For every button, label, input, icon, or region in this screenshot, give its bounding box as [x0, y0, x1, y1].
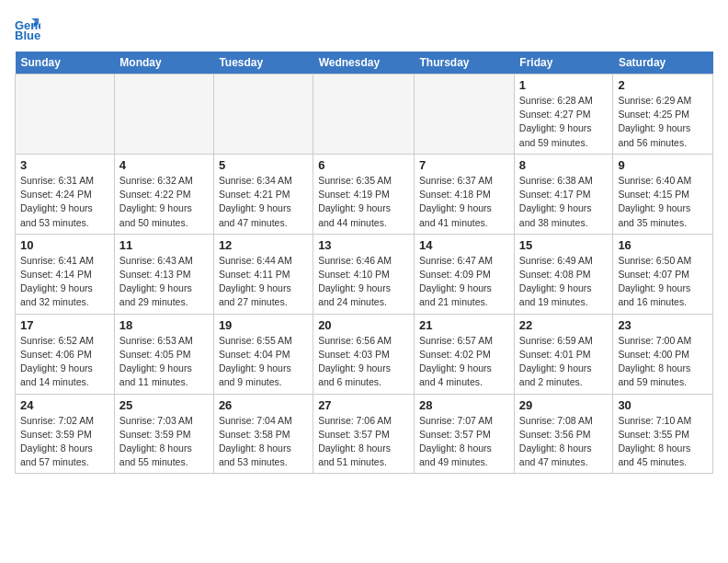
day-number: 21	[419, 318, 509, 332]
day-number: 25	[119, 398, 209, 412]
day-number: 2	[618, 78, 708, 92]
day-number: 17	[20, 318, 109, 332]
day-number: 22	[519, 318, 609, 332]
day-info: Sunrise: 7:06 AMSunset: 3:57 PMDaylight:…	[318, 414, 409, 470]
day-number: 19	[219, 318, 308, 332]
day-number: 13	[318, 238, 409, 252]
day-info: Sunrise: 6:59 AMSunset: 4:01 PMDaylight:…	[519, 334, 609, 390]
calendar-cell: 13Sunrise: 6:46 AMSunset: 4:10 PMDayligh…	[313, 234, 415, 314]
day-number: 7	[419, 158, 509, 172]
day-number: 12	[219, 238, 308, 252]
day-info: Sunrise: 6:28 AMSunset: 4:27 PMDaylight:…	[519, 94, 609, 150]
weekday-header-thursday: Thursday	[415, 52, 515, 75]
calendar-cell: 7Sunrise: 6:37 AMSunset: 4:18 PMDaylight…	[415, 154, 515, 234]
day-info: Sunrise: 7:02 AMSunset: 3:59 PMDaylight:…	[20, 414, 109, 470]
calendar-cell	[16, 75, 115, 155]
calendar-cell: 18Sunrise: 6:53 AMSunset: 4:05 PMDayligh…	[114, 314, 213, 394]
day-number: 23	[618, 318, 708, 332]
day-info: Sunrise: 6:55 AMSunset: 4:04 PMDaylight:…	[219, 334, 308, 390]
day-number: 26	[219, 398, 308, 412]
calendar-cell: 4Sunrise: 6:32 AMSunset: 4:22 PMDaylight…	[114, 154, 213, 234]
day-number: 10	[20, 238, 109, 252]
calendar-cell: 29Sunrise: 7:08 AMSunset: 3:56 PMDayligh…	[514, 394, 613, 474]
day-info: Sunrise: 6:32 AMSunset: 4:22 PMDaylight:…	[119, 174, 209, 230]
calendar-cell: 11Sunrise: 6:43 AMSunset: 4:13 PMDayligh…	[114, 234, 213, 314]
calendar-cell: 10Sunrise: 6:41 AMSunset: 4:14 PMDayligh…	[16, 234, 115, 314]
weekday-header-friday: Friday	[514, 52, 613, 75]
calendar-cell: 28Sunrise: 7:07 AMSunset: 3:57 PMDayligh…	[415, 394, 515, 474]
day-number: 3	[20, 158, 109, 172]
calendar-cell: 14Sunrise: 6:47 AMSunset: 4:09 PMDayligh…	[415, 234, 515, 314]
day-info: Sunrise: 6:38 AMSunset: 4:17 PMDaylight:…	[519, 174, 609, 230]
calendar-cell: 3Sunrise: 6:31 AMSunset: 4:24 PMDaylight…	[16, 154, 115, 234]
day-number: 1	[519, 78, 609, 92]
calendar-cell: 25Sunrise: 7:03 AMSunset: 3:59 PMDayligh…	[114, 394, 213, 474]
day-info: Sunrise: 6:49 AMSunset: 4:08 PMDaylight:…	[519, 254, 609, 310]
calendar-cell	[313, 75, 415, 155]
weekday-header-monday: Monday	[114, 52, 213, 75]
calendar-cell: 8Sunrise: 6:38 AMSunset: 4:17 PMDaylight…	[514, 154, 613, 234]
calendar-cell: 2Sunrise: 6:29 AMSunset: 4:25 PMDaylight…	[613, 75, 713, 155]
day-info: Sunrise: 7:10 AMSunset: 3:55 PMDaylight:…	[618, 414, 708, 470]
day-number: 18	[119, 318, 209, 332]
day-info: Sunrise: 7:03 AMSunset: 3:59 PMDaylight:…	[119, 414, 209, 470]
logo: General Blue	[15, 15, 44, 40]
day-number: 9	[618, 158, 708, 172]
day-info: Sunrise: 6:47 AMSunset: 4:09 PMDaylight:…	[419, 254, 509, 310]
calendar-cell: 19Sunrise: 6:55 AMSunset: 4:04 PMDayligh…	[213, 314, 313, 394]
day-info: Sunrise: 7:04 AMSunset: 3:58 PMDaylight:…	[219, 414, 308, 470]
day-info: Sunrise: 6:41 AMSunset: 4:14 PMDaylight:…	[20, 254, 109, 310]
calendar-cell: 22Sunrise: 6:59 AMSunset: 4:01 PMDayligh…	[514, 314, 613, 394]
weekday-header-tuesday: Tuesday	[213, 52, 313, 75]
calendar-cell: 20Sunrise: 6:56 AMSunset: 4:03 PMDayligh…	[313, 314, 415, 394]
page-header: General Blue	[15, 15, 713, 40]
day-info: Sunrise: 6:57 AMSunset: 4:02 PMDaylight:…	[419, 334, 509, 390]
day-number: 20	[318, 318, 409, 332]
calendar-cell	[114, 75, 213, 155]
calendar-cell: 1Sunrise: 6:28 AMSunset: 4:27 PMDaylight…	[514, 75, 613, 155]
day-info: Sunrise: 6:34 AMSunset: 4:21 PMDaylight:…	[219, 174, 308, 230]
day-number: 11	[119, 238, 209, 252]
calendar-cell	[213, 75, 313, 155]
calendar-table: SundayMondayTuesdayWednesdayThursdayFrid…	[15, 52, 713, 474]
day-number: 29	[519, 398, 609, 412]
day-info: Sunrise: 6:52 AMSunset: 4:06 PMDaylight:…	[20, 334, 109, 390]
calendar-cell	[415, 75, 515, 155]
day-info: Sunrise: 6:53 AMSunset: 4:05 PMDaylight:…	[119, 334, 209, 390]
calendar-cell: 6Sunrise: 6:35 AMSunset: 4:19 PMDaylight…	[313, 154, 415, 234]
day-info: Sunrise: 7:08 AMSunset: 3:56 PMDaylight:…	[519, 414, 609, 470]
calendar-cell: 27Sunrise: 7:06 AMSunset: 3:57 PMDayligh…	[313, 394, 415, 474]
day-number: 16	[618, 238, 708, 252]
day-info: Sunrise: 6:43 AMSunset: 4:13 PMDaylight:…	[119, 254, 209, 310]
day-number: 6	[318, 158, 409, 172]
day-info: Sunrise: 6:37 AMSunset: 4:18 PMDaylight:…	[419, 174, 509, 230]
calendar-cell: 26Sunrise: 7:04 AMSunset: 3:58 PMDayligh…	[213, 394, 313, 474]
day-info: Sunrise: 6:35 AMSunset: 4:19 PMDaylight:…	[318, 174, 409, 230]
day-info: Sunrise: 6:29 AMSunset: 4:25 PMDaylight:…	[618, 94, 708, 150]
calendar-cell: 21Sunrise: 6:57 AMSunset: 4:02 PMDayligh…	[415, 314, 515, 394]
calendar-cell: 30Sunrise: 7:10 AMSunset: 3:55 PMDayligh…	[613, 394, 713, 474]
calendar-cell: 23Sunrise: 7:00 AMSunset: 4:00 PMDayligh…	[613, 314, 713, 394]
day-number: 27	[318, 398, 409, 412]
day-number: 4	[119, 158, 209, 172]
day-number: 28	[419, 398, 509, 412]
calendar-cell: 5Sunrise: 6:34 AMSunset: 4:21 PMDaylight…	[213, 154, 313, 234]
day-number: 24	[20, 398, 109, 412]
day-info: Sunrise: 6:40 AMSunset: 4:15 PMDaylight:…	[618, 174, 708, 230]
weekday-header-wednesday: Wednesday	[313, 52, 415, 75]
day-number: 15	[519, 238, 609, 252]
calendar-cell: 9Sunrise: 6:40 AMSunset: 4:15 PMDaylight…	[613, 154, 713, 234]
day-info: Sunrise: 6:46 AMSunset: 4:10 PMDaylight:…	[318, 254, 409, 310]
weekday-header-sunday: Sunday	[16, 52, 115, 75]
day-number: 30	[618, 398, 708, 412]
day-info: Sunrise: 6:56 AMSunset: 4:03 PMDaylight:…	[318, 334, 409, 390]
day-info: Sunrise: 6:50 AMSunset: 4:07 PMDaylight:…	[618, 254, 708, 310]
day-number: 14	[419, 238, 509, 252]
day-number: 8	[519, 158, 609, 172]
svg-text:Blue: Blue	[15, 29, 40, 40]
calendar-cell: 12Sunrise: 6:44 AMSunset: 4:11 PMDayligh…	[213, 234, 313, 314]
calendar-cell: 15Sunrise: 6:49 AMSunset: 4:08 PMDayligh…	[514, 234, 613, 314]
day-info: Sunrise: 7:00 AMSunset: 4:00 PMDaylight:…	[618, 334, 708, 390]
weekday-header-saturday: Saturday	[613, 52, 713, 75]
calendar-cell: 24Sunrise: 7:02 AMSunset: 3:59 PMDayligh…	[16, 394, 115, 474]
